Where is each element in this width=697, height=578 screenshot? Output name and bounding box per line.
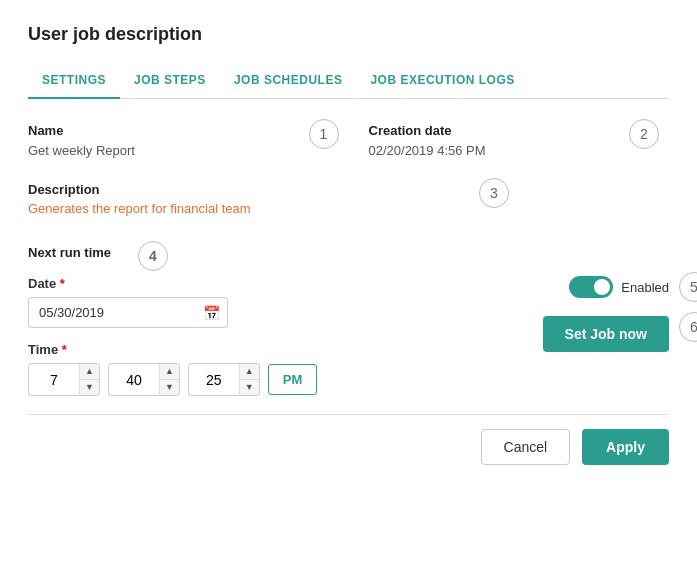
time-label: Time * [28, 342, 449, 357]
creation-date-field-group: Creation date 02/20/2019 4:56 PM 2 [369, 123, 670, 158]
second-down-button[interactable]: ▼ [240, 379, 259, 395]
tab-bar: SETTINGS JOB STEPS JOB SCHEDULES JOB EXE… [28, 63, 669, 99]
description-value: Generates the report for financial team [28, 201, 669, 216]
time-hour-spinner: ▲ ▼ [28, 363, 100, 396]
minute-down-button[interactable]: ▼ [160, 379, 179, 395]
description-section: Description Generates the report for fin… [28, 182, 669, 216]
toggle-switch[interactable] [569, 276, 613, 298]
step-3-circle: 3 [479, 178, 509, 208]
time-hour-input[interactable] [29, 366, 79, 394]
toggle-thumb [594, 279, 610, 295]
date-input[interactable] [28, 297, 228, 328]
main-container: User job description SETTINGS JOB STEPS … [0, 0, 697, 489]
apply-button[interactable]: Apply [582, 429, 669, 465]
step-1-circle: 1 [309, 119, 339, 149]
time-second-input[interactable] [189, 366, 239, 394]
time-group: Time * ▲ ▼ [28, 342, 449, 396]
name-field-group: Name Get weekly Report 1 [28, 123, 329, 158]
bottom-divider [28, 414, 669, 415]
tab-settings[interactable]: SETTINGS [28, 63, 120, 99]
time-minute-input[interactable] [109, 366, 159, 394]
time-required: * [62, 342, 67, 357]
hour-up-button[interactable]: ▲ [80, 364, 99, 379]
date-time-column: Date * 📅 Time * [28, 276, 449, 396]
page-title: User job description [28, 24, 669, 45]
name-value: Get weekly Report [28, 143, 135, 158]
next-run-title: Next run time 4 [28, 245, 111, 260]
time-minute-spinner: ▲ ▼ [108, 363, 180, 396]
toggle-label: Enabled [621, 280, 669, 295]
date-required: * [60, 276, 65, 291]
step-2-circle: 2 [629, 119, 659, 149]
time-second-spinner: ▲ ▼ [188, 363, 260, 396]
date-label: Date * [28, 276, 449, 291]
next-run-section: Next run time 4 Date * 📅 [28, 244, 669, 396]
tab-job-steps[interactable]: JOB STEPS [120, 63, 220, 99]
cancel-button[interactable]: Cancel [481, 429, 571, 465]
step-6-circle: 6 [679, 312, 697, 342]
name-creation-row: Name Get weekly Report 1 Creation date 0… [28, 123, 669, 158]
step-4-circle: 4 [138, 241, 168, 271]
date-group: Date * 📅 [28, 276, 449, 328]
set-job-now-button[interactable]: Set Job now [543, 316, 669, 352]
minute-spinner-buttons: ▲ ▼ [159, 364, 179, 395]
step-5-circle: 5 [679, 272, 697, 302]
ampm-button[interactable]: PM [268, 364, 318, 395]
tab-job-execution-logs[interactable]: JOB EXECUTION LOGS [356, 63, 528, 99]
name-label: Name [28, 123, 329, 138]
second-spinner-buttons: ▲ ▼ [239, 364, 259, 395]
date-input-wrapper: 📅 [28, 297, 228, 328]
time-row: ▲ ▼ ▲ ▼ [28, 363, 449, 396]
set-job-wrapper: Set Job now 6 [543, 316, 669, 352]
right-controls: Enabled 5 Set Job now 6 [489, 276, 669, 352]
hour-down-button[interactable]: ▼ [80, 379, 99, 395]
minute-up-button[interactable]: ▲ [160, 364, 179, 379]
enabled-row: Enabled 5 [569, 276, 669, 298]
tab-job-schedules[interactable]: JOB SCHEDULES [220, 63, 357, 99]
second-up-button[interactable]: ▲ [240, 364, 259, 379]
creation-date-value: 02/20/2019 4:56 PM [369, 143, 486, 158]
creation-date-label: Creation date [369, 123, 670, 138]
hour-spinner-buttons: ▲ ▼ [79, 364, 99, 395]
description-label: Description [28, 182, 669, 197]
bottom-actions: Cancel Apply [28, 429, 669, 465]
